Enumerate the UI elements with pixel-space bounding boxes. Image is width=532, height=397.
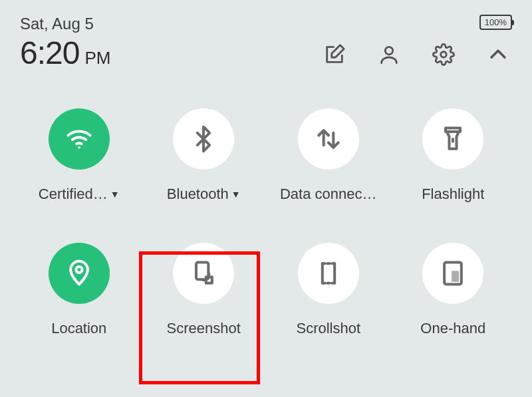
bluetooth-icon[interactable] — [173, 108, 234, 170]
flashlight-icon[interactable] — [422, 108, 483, 170]
tile-label-row[interactable]: Certified… ▼ — [39, 186, 120, 203]
svg-point-4 — [76, 267, 82, 273]
chevron-down-icon: ▼ — [231, 189, 241, 199]
chevron-down-icon: ▼ — [110, 189, 120, 199]
tile-label-row[interactable]: Data connec… — [280, 186, 377, 203]
tile-label: One-hand — [420, 320, 485, 337]
wifi-icon[interactable] — [49, 108, 110, 170]
tile-label: Bluetooth — [167, 186, 229, 203]
tile-label-row[interactable]: Bluetooth ▼ — [167, 186, 241, 203]
edit-icon[interactable] — [323, 43, 346, 66]
profile-icon[interactable] — [378, 43, 400, 66]
tile-label-row[interactable]: Scrollshot — [296, 320, 360, 337]
tile-label: Screenshot — [167, 320, 241, 337]
status-time-row: 6:20 PM — [20, 35, 110, 71]
tile-scrollshot[interactable]: Scrollshot — [275, 243, 382, 337]
battery-text: 100% — [485, 17, 507, 27]
tile-onehand[interactable]: One-hand — [400, 243, 506, 337]
tile-flashlight[interactable]: Flashlight — [400, 108, 506, 203]
data-icon[interactable] — [298, 108, 359, 170]
tile-label: Data connec… — [280, 186, 377, 203]
quick-tiles: Certified… ▼ Bluetooth ▼ Data connec… Fl… — [0, 108, 532, 337]
tile-location[interactable]: Location — [26, 243, 132, 337]
tile-label-row[interactable]: Flashlight — [422, 186, 484, 203]
tile-data[interactable]: Data connec… — [275, 108, 382, 203]
svg-point-1 — [441, 52, 447, 58]
tile-label-row[interactable]: Location — [51, 320, 106, 337]
status-ampm: PM — [84, 48, 110, 68]
tile-label-row[interactable]: Screenshot — [167, 320, 241, 337]
screenshot-icon[interactable] — [173, 243, 234, 304]
tile-label: Scrollshot — [296, 320, 360, 337]
tile-label-row[interactable]: One-hand — [420, 320, 485, 337]
status-right: 100% — [323, 15, 512, 66]
tile-bluetooth[interactable]: Bluetooth ▼ — [150, 108, 257, 203]
tile-label: Certified… — [39, 186, 108, 203]
onehand-icon[interactable] — [422, 243, 483, 304]
svg-point-2 — [78, 146, 80, 149]
status-time: 6:20 — [20, 35, 79, 71]
gear-icon[interactable] — [432, 43, 455, 66]
status-date: Sat, Aug 5 — [20, 15, 110, 33]
location-icon[interactable] — [49, 243, 110, 304]
tile-label: Flashlight — [422, 186, 484, 203]
status-bar: Sat, Aug 5 6:20 PM 100% — [0, 0, 532, 71]
status-left: Sat, Aug 5 6:20 PM — [20, 15, 110, 71]
header-actions — [323, 43, 509, 66]
scrollshot-icon[interactable] — [298, 243, 359, 304]
tile-screenshot[interactable]: Screenshot — [150, 243, 257, 337]
battery-indicator: 100% — [479, 15, 512, 30]
svg-point-0 — [385, 47, 392, 55]
tile-label: Location — [51, 320, 106, 337]
chevron-up-icon[interactable] — [487, 43, 509, 66]
svg-rect-7 — [452, 271, 459, 282]
tile-wifi[interactable]: Certified… ▼ — [26, 108, 132, 203]
